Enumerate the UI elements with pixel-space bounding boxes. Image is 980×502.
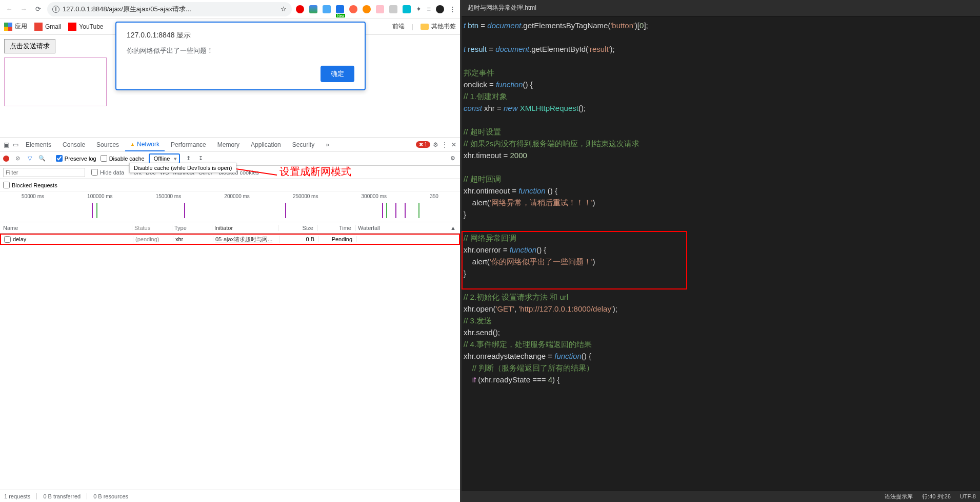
disable-cache-check[interactable]: Disable cache [101, 155, 145, 162]
tab-sources[interactable]: Sources [91, 138, 124, 151]
annotation-text: 设置成断网模式 [279, 165, 351, 179]
transferred: 0 B transferred [43, 493, 87, 499]
col-size[interactable]: Size [279, 225, 318, 231]
alert-title: 127.0.0.1:8848 显示 [127, 31, 354, 40]
close-icon[interactable]: ✕ [450, 141, 458, 149]
tab-memory[interactable]: Memory [212, 138, 245, 151]
requests-count: 1 requests [4, 493, 37, 499]
extensions-icon[interactable]: ✦ [416, 5, 422, 13]
apps-bookmark[interactable]: 应用 [4, 22, 27, 31]
table-row[interactable]: delay (pending) xhr 05-ajax请求超时与网... 0 B… [0, 234, 460, 245]
star-icon[interactable]: ☆ [281, 5, 287, 13]
col-initiator[interactable]: Initiator [212, 225, 279, 231]
other-bookmarks[interactable]: 其他书签 [421, 22, 456, 31]
info-icon: i [52, 6, 59, 13]
editor-tab[interactable]: 超时与网络异常处理.html [462, 0, 980, 16]
throttle-select[interactable]: Offline [149, 153, 181, 164]
ext-icon[interactable] [436, 5, 444, 13]
menu-icon[interactable]: ≡ [427, 5, 431, 13]
ext-icon[interactable] [349, 5, 357, 13]
clear-icon[interactable]: ⊘ [13, 155, 22, 163]
filter-icon[interactable]: ▽ [26, 155, 34, 163]
col-waterfall[interactable]: Waterfall ▲ [356, 225, 460, 231]
ext-icon[interactable] [376, 5, 384, 13]
settings-icon[interactable]: ⚙ [449, 155, 457, 163]
filter-input[interactable] [3, 168, 85, 177]
network-toolbar: ⊘ ▽ 🔍 | Preserve log Disable cache Offli… [0, 151, 460, 166]
ext-icon[interactable] [363, 5, 371, 13]
inspect-icon[interactable]: ▣ [2, 141, 10, 149]
hide-data-check[interactable]: Hide data [91, 169, 124, 176]
preserve-log-check[interactable]: Preserve log [56, 155, 96, 162]
device-icon[interactable]: ▭ [11, 141, 19, 149]
send-request-button[interactable]: 点击发送请求 [4, 39, 55, 53]
forward-button[interactable]: → [18, 4, 29, 14]
address-bar[interactable]: i 127.0.0.1:8848/ajax/原生ajax/05-ajax请求..… [47, 2, 292, 16]
col-type[interactable]: Type [172, 225, 212, 231]
code-area[interactable]: t btn = document.getElementsByTagName('b… [462, 16, 980, 491]
record-button[interactable] [3, 156, 9, 162]
cursor-position: 行:40 列:26 [922, 491, 951, 502]
youtube-bookmark[interactable]: YouTube [68, 23, 103, 31]
code-editor: 超时与网络异常处理.html t btn = document.getEleme… [462, 0, 980, 502]
more-icon[interactable]: ⋮ [441, 141, 449, 149]
extensions: New ✦ ≡ ⋮ [296, 5, 456, 13]
search-icon[interactable]: 🔍 [38, 155, 46, 163]
editor-status: 语法提示库 行:40 列:26 UTF-8 [462, 491, 980, 502]
more-icon[interactable]: ⋮ [449, 5, 456, 13]
tab-console[interactable]: Console [57, 138, 90, 151]
encoding[interactable]: UTF-8 [960, 491, 976, 502]
ext-icon[interactable] [296, 5, 304, 13]
tab-elements[interactable]: Elements [21, 138, 56, 151]
devtools-tabs: ▣ ▭ Elements Console Sources Network Per… [0, 138, 460, 151]
devtools-status: 1 requests 0 B transferred 0 B resources [0, 490, 460, 502]
table-header: Name Status Type Initiator Size Time Wat… [0, 222, 460, 234]
devtools: ▣ ▭ Elements Console Sources Network Per… [0, 138, 460, 502]
ext-icon[interactable] [323, 5, 331, 13]
error-badge[interactable]: ✖ 1 [416, 141, 430, 148]
back-button[interactable]: ← [4, 4, 14, 14]
tab-more[interactable]: » [321, 138, 334, 151]
alert-message: 你的网络似乎出了一些问题！ [127, 46, 354, 55]
col-name[interactable]: Name [0, 225, 132, 231]
tab-security[interactable]: Security [287, 138, 319, 151]
tooltip: Disable cache (while DevTools is open) [129, 163, 236, 173]
highlight-box [462, 231, 687, 289]
tab-application[interactable]: Application [246, 138, 286, 151]
result-box [4, 57, 107, 106]
col-time[interactable]: Time [318, 225, 356, 231]
settings-icon[interactable]: ⚙ [431, 141, 439, 149]
ext-icon[interactable] [403, 5, 411, 13]
address-text: 127.0.0.1:8848/ajax/原生ajax/05-ajax请求... [63, 5, 277, 14]
network-table: Name Status Type Initiator Size Time Wat… [0, 222, 460, 490]
reload-button[interactable]: ⟳ [33, 4, 43, 14]
ext-icon[interactable]: New [336, 5, 344, 13]
browser-toolbar: ← → ⟳ i 127.0.0.1:8848/ajax/原生ajax/05-aj… [0, 0, 460, 18]
download-icon[interactable]: ↧ [196, 155, 205, 163]
frontend-bookmark[interactable]: 前端 [392, 22, 405, 31]
alert-dialog: 127.0.0.1:8848 显示 你的网络似乎出了一些问题！ 确定 [115, 22, 366, 90]
upload-icon[interactable]: ↥ [184, 155, 192, 163]
timeline[interactable]: 50000 ms 100000 ms 150000 ms 200000 ms 2… [0, 191, 460, 222]
col-status[interactable]: Status [132, 225, 172, 231]
tab-performance[interactable]: Performance [166, 138, 211, 151]
tab-network[interactable]: Network [125, 138, 165, 151]
row-check[interactable] [4, 236, 11, 243]
ext-icon[interactable] [389, 5, 397, 13]
gmail-bookmark[interactable]: Gmail [34, 23, 61, 31]
resources: 0 B resources [93, 493, 134, 499]
blocked-requests-check[interactable]: Blocked Requests [3, 182, 57, 188]
syntax-hint[interactable]: 语法提示库 [885, 491, 913, 502]
alert-ok-button[interactable]: 确定 [321, 66, 354, 82]
ext-icon[interactable] [309, 5, 317, 13]
